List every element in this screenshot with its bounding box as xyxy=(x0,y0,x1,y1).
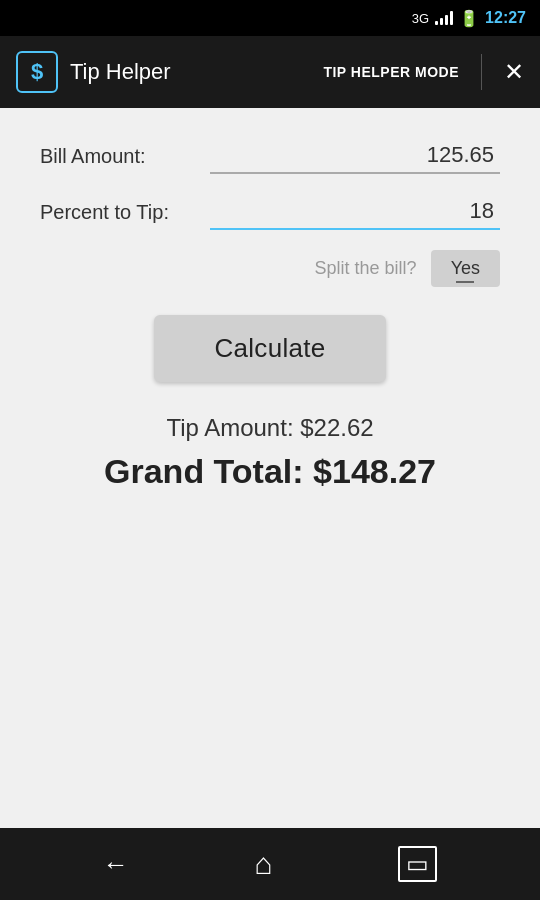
tip-amount-display: Tip Amount: $22.62 xyxy=(60,414,480,442)
split-button[interactable]: Yes xyxy=(431,250,500,287)
split-label: Split the bill? xyxy=(315,258,417,279)
app-title: Tip Helper xyxy=(70,59,311,85)
status-bar: 3G 🔋 12:27 xyxy=(0,0,540,36)
battery-icon: 🔋 xyxy=(459,9,479,28)
bill-amount-input-wrapper xyxy=(210,138,500,174)
calculate-btn-wrapper: Calculate xyxy=(40,315,500,382)
close-button[interactable]: ✕ xyxy=(504,60,524,84)
home-button[interactable]: ⌂ xyxy=(254,847,272,881)
clock: 12:27 xyxy=(485,9,526,27)
app-bar: $ Tip Helper TIP HELPER MODE ✕ xyxy=(0,36,540,108)
grand-total-display: Grand Total: $148.27 xyxy=(60,452,480,491)
signal-bars xyxy=(435,11,453,25)
main-content: Bill Amount: Percent to Tip: Split the b… xyxy=(0,108,540,511)
bill-amount-input[interactable] xyxy=(210,138,500,174)
nav-bar: ← ⌂ ▭ xyxy=(0,828,540,900)
percent-input[interactable] xyxy=(210,194,500,230)
percent-row: Percent to Tip: xyxy=(40,194,500,230)
signal-text: 3G xyxy=(412,11,429,26)
mode-label: TIP HELPER MODE xyxy=(323,64,459,80)
calculate-button[interactable]: Calculate xyxy=(154,315,385,382)
results-section: Tip Amount: $22.62 Grand Total: $148.27 xyxy=(40,414,500,491)
percent-input-wrapper xyxy=(210,194,500,230)
bill-amount-row: Bill Amount: xyxy=(40,138,500,174)
recents-button[interactable]: ▭ xyxy=(398,846,437,882)
back-button[interactable]: ← xyxy=(103,849,129,880)
percent-label: Percent to Tip: xyxy=(40,201,210,224)
bill-amount-label: Bill Amount: xyxy=(40,145,210,168)
vertical-divider xyxy=(481,54,482,90)
split-row: Split the bill? Yes xyxy=(40,250,500,287)
app-logo: $ xyxy=(16,51,58,93)
